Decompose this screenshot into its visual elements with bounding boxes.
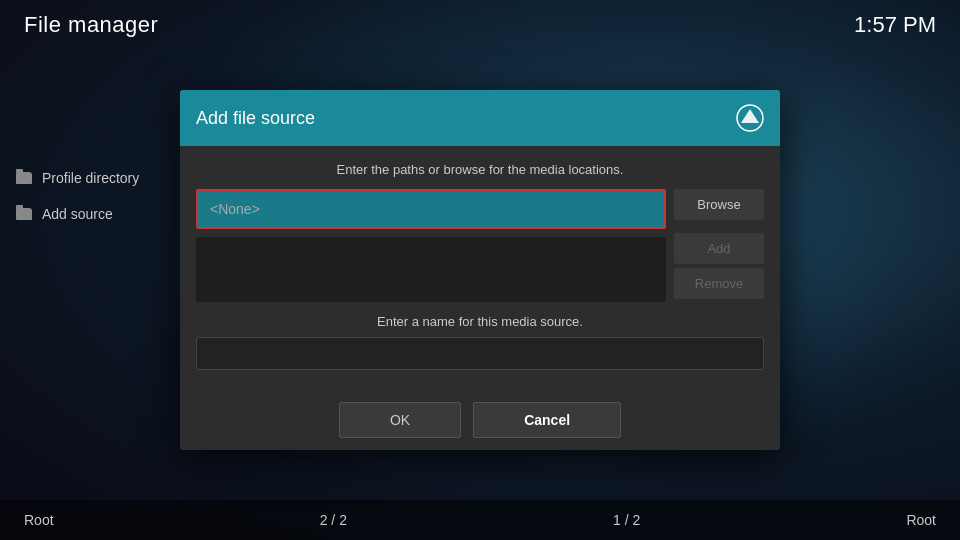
name-section: Enter a name for this media source. bbox=[196, 314, 764, 370]
path-row: Browse bbox=[196, 189, 764, 229]
dialog-header: Add file source bbox=[180, 90, 780, 146]
browse-button[interactable]: Browse bbox=[674, 189, 764, 220]
paths-instruction: Enter the paths or browse for the media … bbox=[196, 162, 764, 177]
paths-list bbox=[196, 237, 666, 302]
dialog-footer: OK Cancel bbox=[180, 386, 780, 450]
path-input-wrapper bbox=[196, 189, 666, 229]
ok-button[interactable]: OK bbox=[339, 402, 461, 438]
name-instruction: Enter a name for this media source. bbox=[196, 314, 764, 329]
side-buttons: Browse bbox=[674, 189, 764, 229]
paths-list-area: Add Remove bbox=[196, 233, 764, 302]
modal-overlay: Add file source Enter the paths or brows… bbox=[0, 0, 960, 540]
add-file-source-dialog: Add file source Enter the paths or brows… bbox=[180, 90, 780, 450]
path-input[interactable] bbox=[198, 191, 664, 227]
cancel-button[interactable]: Cancel bbox=[473, 402, 621, 438]
dialog-body: Enter the paths or browse for the media … bbox=[180, 146, 780, 386]
svg-marker-1 bbox=[741, 109, 759, 123]
name-input[interactable] bbox=[196, 337, 764, 370]
dialog-title: Add file source bbox=[196, 108, 315, 129]
remove-button[interactable]: Remove bbox=[674, 268, 764, 299]
kodi-logo bbox=[736, 104, 764, 132]
add-button[interactable]: Add bbox=[674, 233, 764, 264]
list-side-buttons: Add Remove bbox=[674, 233, 764, 302]
